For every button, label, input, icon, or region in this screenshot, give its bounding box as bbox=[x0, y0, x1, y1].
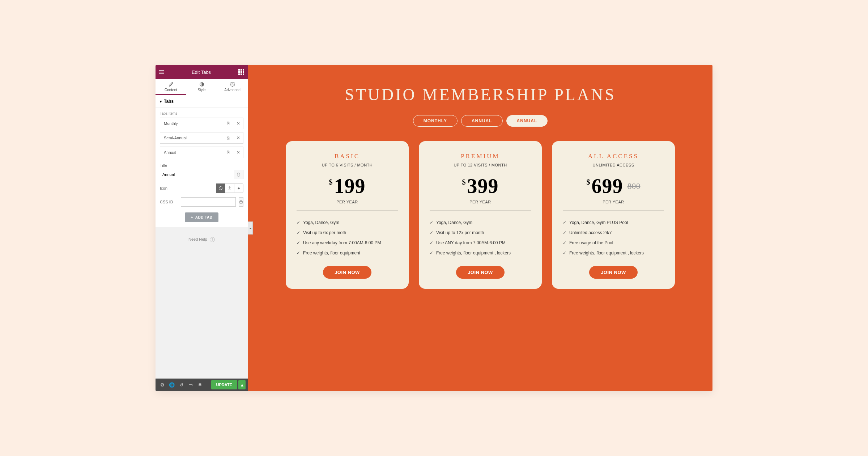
cssid-row: CSS ID bbox=[156, 195, 248, 209]
feature-item: Free weights, floor equipment , lockers bbox=[430, 248, 531, 258]
upload-icon bbox=[227, 186, 232, 190]
sidebar-title: Edit Tabs bbox=[192, 69, 211, 75]
history-icon[interactable]: ↺ bbox=[176, 380, 186, 389]
help-icon[interactable]: ? bbox=[210, 237, 215, 242]
cssid-input[interactable] bbox=[181, 197, 236, 207]
bottom-toolbar: ⚙ 🌐 ↺ ▭ 👁 UPDATE ▴ bbox=[156, 379, 248, 391]
tabs-items-label: Tabs Items bbox=[156, 108, 248, 118]
feature-item: Yoga, Dance, Gym PLUS Pool bbox=[563, 218, 664, 228]
update-options-button[interactable]: ▴ bbox=[238, 380, 246, 389]
card-subtitle: UP TO 6 VISITS / MONTH bbox=[322, 163, 373, 167]
svg-point-2 bbox=[237, 173, 240, 174]
settings-icon[interactable]: ⚙ bbox=[158, 380, 167, 389]
close-icon[interactable]: ✕ bbox=[233, 132, 243, 143]
tabs-item-name: Annual bbox=[160, 150, 223, 155]
editor-mode-tabs: Content Style Advanced bbox=[156, 79, 248, 95]
feature-item: Use ANY day from 7:00AM-6:00 PM bbox=[430, 238, 531, 248]
price-period: PER YEAR bbox=[469, 200, 491, 204]
svg-line-4 bbox=[220, 187, 222, 190]
duplicate-icon[interactable]: ⎘ bbox=[223, 132, 233, 143]
gear-icon bbox=[230, 82, 235, 87]
currency: $ bbox=[329, 178, 333, 186]
section-tabs-toggle[interactable]: ▾ Tabs bbox=[156, 95, 248, 108]
cssid-dynamic-button[interactable] bbox=[239, 197, 243, 207]
responsive-icon[interactable]: ▭ bbox=[186, 380, 195, 389]
feature-item: Use any weekday from 7:00AM-6:00 PM bbox=[297, 238, 398, 248]
divider bbox=[563, 211, 664, 211]
icon-label: Icon bbox=[160, 186, 178, 190]
feature-item: Yoga, Dance, Gym bbox=[297, 218, 398, 228]
divider bbox=[430, 211, 531, 211]
pricing-card: PREMIUM UP TO 12 VISITS / MONTH $ 399 PE… bbox=[419, 141, 542, 289]
pricing-card: BASIC UP TO 6 VISITS / MONTH $ 199 PER Y… bbox=[286, 141, 409, 289]
plan-tabs: MONTHLYANNUALANNUAL bbox=[413, 115, 548, 127]
icon-row: Icon ● bbox=[156, 181, 248, 195]
need-help-area: Need Help ? bbox=[156, 227, 248, 379]
card-title: BASIC bbox=[335, 153, 360, 160]
app-window: Edit Tabs Content Style Advanced ▾ Tabs … bbox=[156, 65, 712, 391]
title-input[interactable] bbox=[160, 170, 231, 179]
svg-point-5 bbox=[239, 200, 242, 201]
dynamic-tag-button[interactable] bbox=[234, 170, 243, 179]
price-period: PER YEAR bbox=[336, 200, 358, 204]
panel-body: ▾ Tabs Tabs Items Monthly ⎘ ✕Semi-Annual… bbox=[156, 95, 248, 227]
tabs-item-row[interactable]: Monthly ⎘ ✕ bbox=[160, 118, 243, 129]
update-button[interactable]: UPDATE bbox=[211, 380, 237, 389]
tabs-items-list: Monthly ⎘ ✕Semi-Annual ⎘ ✕Annual ⎘ ✕ bbox=[156, 118, 248, 158]
plan-tab[interactable]: ANNUAL bbox=[506, 115, 548, 127]
title-label: Title bbox=[160, 163, 178, 168]
pricing-card: ALL ACCESS UNLIMITED ACCESS $ 699 800 PE… bbox=[552, 141, 675, 289]
join-button[interactable]: JOIN NOW bbox=[456, 266, 505, 279]
svg-point-1 bbox=[232, 84, 233, 85]
plan-tab[interactable]: MONTHLY bbox=[413, 115, 458, 127]
plus-icon: + bbox=[191, 215, 193, 219]
price-row: $ 199 bbox=[329, 174, 366, 198]
pencil-icon bbox=[169, 82, 174, 87]
feature-list: Yoga, Dance, GymVisit up to 12x per mont… bbox=[430, 218, 531, 258]
card-title: PREMIUM bbox=[461, 153, 499, 160]
divider bbox=[297, 211, 398, 211]
tabs-item-row[interactable]: Semi-Annual ⎘ ✕ bbox=[160, 132, 243, 144]
duplicate-icon[interactable]: ⎘ bbox=[223, 147, 233, 158]
menu-icon[interactable] bbox=[159, 70, 164, 74]
close-icon[interactable]: ✕ bbox=[233, 147, 243, 158]
feature-list: Yoga, Dance, Gym PLUS PoolUnlimited acce… bbox=[563, 218, 664, 258]
tab-content[interactable]: Content bbox=[156, 79, 186, 95]
close-icon[interactable]: ✕ bbox=[233, 118, 243, 129]
feature-item: Visit up to 12x per month bbox=[430, 228, 531, 238]
icon-upload-button[interactable] bbox=[225, 183, 234, 193]
icon-none-button[interactable] bbox=[216, 183, 225, 193]
icon-library-button[interactable]: ● bbox=[234, 183, 243, 193]
join-button[interactable]: JOIN NOW bbox=[589, 266, 638, 279]
price: 199 bbox=[334, 174, 366, 198]
currency: $ bbox=[587, 178, 590, 186]
join-button[interactable]: JOIN NOW bbox=[323, 266, 371, 279]
title-row: Title bbox=[156, 161, 248, 170]
card-title: ALL ACCESS bbox=[588, 153, 639, 160]
duplicate-icon[interactable]: ⎘ bbox=[223, 118, 233, 129]
feature-item: Yoga, Dance, Gym bbox=[430, 218, 531, 228]
card-subtitle: UP TO 12 VISITS / MONTH bbox=[454, 163, 507, 167]
chevron-down-icon: ▾ bbox=[160, 100, 162, 104]
plan-tab[interactable]: ANNUAL bbox=[461, 115, 503, 127]
editor-sidebar: Edit Tabs Content Style Advanced ▾ Tabs … bbox=[156, 65, 248, 391]
tab-style[interactable]: Style bbox=[186, 79, 217, 95]
tab-advanced[interactable]: Advanced bbox=[217, 79, 248, 95]
grid-icon[interactable] bbox=[238, 69, 244, 75]
tabs-item-row[interactable]: Annual ⎘ ✕ bbox=[160, 147, 243, 158]
add-tab-button[interactable]: + ADD TAB bbox=[185, 212, 218, 222]
feature-list: Yoga, Dance, GymVisit up to 6x per mothU… bbox=[297, 218, 398, 258]
sidebar-topbar: Edit Tabs bbox=[156, 65, 248, 79]
panel-collapse-handle[interactable]: ◂ bbox=[248, 221, 253, 235]
editor-canvas: ◂ STUDIO MEMBERSHIP PLANS MONTHLYANNUALA… bbox=[248, 65, 712, 391]
card-subtitle: UNLIMITED ACCESS bbox=[593, 163, 634, 167]
database-icon bbox=[237, 173, 241, 177]
globe-icon[interactable]: 🌐 bbox=[167, 380, 176, 389]
need-help-label: Need Help bbox=[188, 237, 207, 241]
price: 399 bbox=[467, 174, 499, 198]
contrast-icon bbox=[199, 82, 204, 87]
tabs-item-name: Monthly bbox=[160, 121, 223, 126]
price-row: $ 399 bbox=[462, 174, 499, 198]
price-period: PER YEAR bbox=[603, 200, 624, 204]
preview-icon[interactable]: 👁 bbox=[195, 380, 205, 389]
